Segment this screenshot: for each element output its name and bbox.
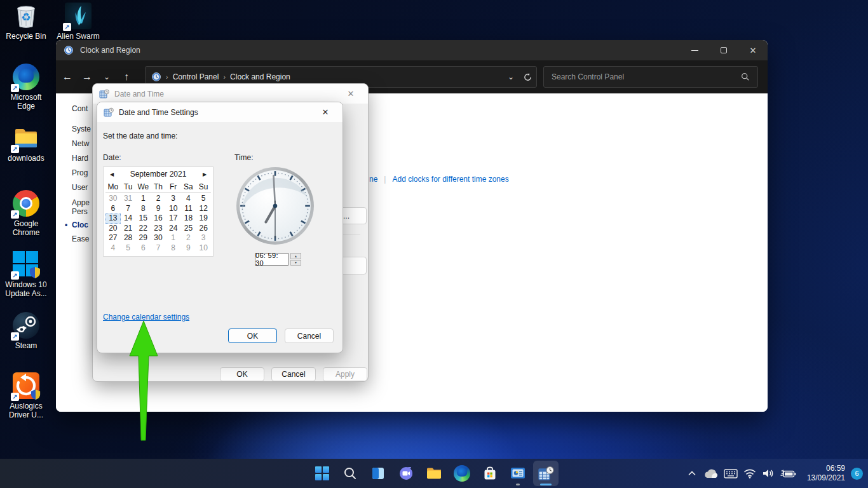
sidebar-item[interactable]: Pers: [72, 207, 88, 216]
close-icon[interactable]: ✕: [315, 102, 336, 122]
calendar-day[interactable]: 27: [105, 233, 121, 243]
calendar-day[interactable]: 5: [196, 194, 211, 204]
desktop-icon-google-chrome[interactable]: ↗ Google Chrome: [1, 190, 51, 237]
wifi-icon[interactable]: [741, 469, 759, 478]
calendar-day[interactable]: 8: [135, 204, 151, 214]
calendar-day[interactable]: 21: [121, 224, 136, 234]
desktop-icon-downloads[interactable]: ↗ downloads: [1, 125, 51, 163]
chat-button[interactable]: [393, 461, 419, 486]
calendar-day[interactable]: 25: [181, 224, 196, 234]
desktop-icon-alien-swarm[interactable]: ↗ Alien Swarm: [53, 3, 103, 41]
sidebar-item[interactable]: Hard: [72, 154, 88, 163]
search-icon[interactable]: [741, 72, 750, 81]
calendar-day[interactable]: 30: [105, 194, 121, 204]
calendar-day[interactable]: 7: [151, 243, 166, 254]
calendar-day[interactable]: 19: [196, 214, 211, 224]
calendar-day[interactable]: 1: [166, 233, 181, 243]
calendar-day[interactable]: 10: [196, 243, 211, 254]
file-explorer-button[interactable]: [421, 461, 447, 486]
ok-button[interactable]: OK: [228, 329, 277, 343]
calendar-day[interactable]: 10: [166, 204, 181, 214]
dialog-titlebar[interactable]: Date and Time Settings ✕: [97, 102, 342, 122]
link-fragment[interactable]: ne: [369, 175, 377, 184]
cancel-button[interactable]: Cancel: [271, 367, 316, 381]
volume-icon[interactable]: [759, 468, 778, 478]
battery-charging-icon[interactable]: [778, 469, 798, 478]
calendar-day[interactable]: 28: [121, 233, 136, 243]
calendar-day[interactable]: 16: [151, 214, 166, 224]
time-value-field[interactable]: 06: 59: 30: [255, 253, 288, 266]
calendar-day[interactable]: 9: [151, 204, 166, 214]
calendar-day[interactable]: 8: [166, 243, 181, 254]
search-box[interactable]: [543, 66, 758, 88]
sidebar-item[interactable]: Ease: [72, 234, 89, 243]
calendar-day[interactable]: 4: [181, 194, 196, 204]
calendar-day[interactable]: 13: [105, 214, 121, 224]
close-button[interactable]: ✕: [738, 40, 768, 60]
calendar-day[interactable]: 12: [196, 204, 211, 214]
add-clocks-link[interactable]: Add clocks for different time zones: [392, 175, 508, 184]
sidebar-item[interactable]: Cloc: [72, 220, 88, 229]
calendar-day[interactable]: 6: [135, 243, 151, 254]
sidebar-item[interactable]: User: [72, 183, 88, 192]
calendar-day[interactable]: 3: [166, 194, 181, 204]
back-icon[interactable]: ←: [58, 67, 77, 87]
calendar-day[interactable]: 26: [196, 224, 211, 234]
address-dropdown-icon[interactable]: ⌄: [508, 72, 514, 81]
store-button[interactable]: [477, 461, 503, 486]
sidebar-item[interactable]: Netw: [72, 139, 89, 148]
calendar-day[interactable]: 4: [105, 243, 121, 254]
calendar-day[interactable]: 24: [166, 224, 181, 234]
search-input[interactable]: [544, 72, 741, 81]
calendar-day[interactable]: 3: [196, 233, 211, 243]
spinner-down-icon[interactable]: ▼: [290, 260, 301, 266]
taskbar-clock[interactable]: 06:59 13/09/2021: [807, 464, 845, 483]
ok-button[interactable]: OK: [220, 367, 264, 381]
desktop-icon-windows10-update[interactable]: ↗ Windows 10 Update As...: [1, 251, 51, 298]
window-titlebar[interactable]: Clock and Region ✕: [56, 40, 768, 60]
task-view-button[interactable]: [365, 461, 391, 486]
start-button[interactable]: [309, 461, 335, 486]
minimize-button[interactable]: [680, 40, 709, 60]
sidebar-item[interactable]: Cont: [72, 104, 88, 113]
calendar-day[interactable]: 18: [181, 214, 196, 224]
calendar-day[interactable]: 22: [135, 224, 151, 234]
calendar-prev-icon[interactable]: ◀: [107, 167, 117, 182]
calendar-day[interactable]: 9: [181, 243, 196, 254]
calendar-day[interactable]: 2: [181, 233, 196, 243]
breadcrumb-control-panel[interactable]: Control Panel: [173, 72, 219, 81]
calendar-day[interactable]: 1: [135, 194, 151, 204]
calendar-day[interactable]: 2: [151, 194, 166, 204]
edge-button[interactable]: [449, 461, 475, 486]
calendar-day[interactable]: 17: [166, 214, 181, 224]
calendar-day[interactable]: 14: [121, 214, 136, 224]
desktop-icon-steam[interactable]: ↗ Steam: [1, 312, 51, 350]
calendar-day[interactable]: 15: [135, 214, 151, 224]
date-time-settings-button[interactable]: [533, 461, 559, 486]
calendar-day[interactable]: 6: [105, 204, 121, 214]
calendar-day[interactable]: 23: [151, 224, 166, 234]
refresh-icon[interactable]: [523, 72, 532, 82]
calendar-day[interactable]: 30: [151, 233, 166, 243]
dialog-titlebar[interactable]: Date and Time ✕: [93, 84, 368, 104]
spinner-up-icon[interactable]: ▲: [290, 253, 301, 259]
calendar-day[interactable]: 31: [121, 194, 136, 204]
desktop-icon-microsoft-edge[interactable]: ↗ Microsoft Edge: [1, 64, 51, 111]
calendar-day[interactable]: 7: [121, 204, 136, 214]
calendar-day[interactable]: 29: [135, 233, 151, 243]
search-button[interactable]: [337, 461, 363, 486]
calendar-day[interactable]: 11: [181, 204, 196, 214]
control-panel-button[interactable]: [505, 461, 531, 486]
hidden-icons-chevron-icon[interactable]: [684, 471, 700, 476]
touch-keyboard-icon[interactable]: [721, 469, 741, 478]
sidebar-item[interactable]: Appe: [72, 198, 90, 207]
sidebar-item[interactable]: Prog: [72, 168, 88, 177]
cancel-button[interactable]: Cancel: [285, 329, 334, 343]
close-icon[interactable]: ✕: [340, 84, 362, 104]
calendar-day[interactable]: 5: [121, 243, 136, 254]
desktop-icon-recycle-bin[interactable]: ♻ Recycle Bin: [1, 3, 51, 41]
onedrive-icon[interactable]: [700, 468, 721, 478]
maximize-button[interactable]: [709, 40, 738, 60]
calendar-next-icon[interactable]: ▶: [200, 167, 210, 182]
breadcrumb-clock-region[interactable]: Clock and Region: [230, 72, 290, 81]
